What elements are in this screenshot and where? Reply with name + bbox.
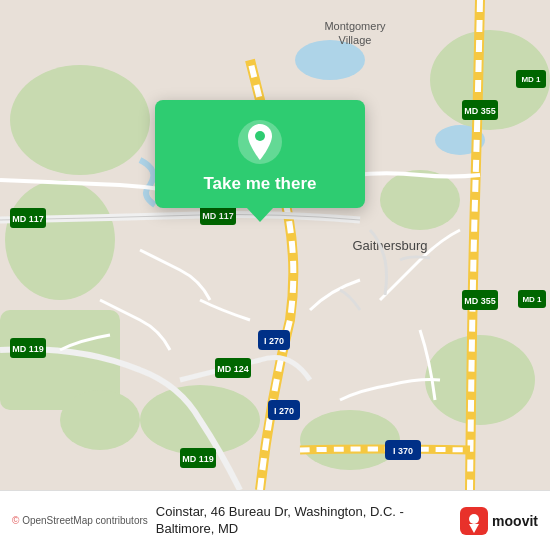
svg-point-8 (60, 390, 140, 450)
svg-point-2 (5, 180, 115, 300)
svg-text:I 370: I 370 (393, 446, 413, 456)
svg-text:Village: Village (339, 34, 372, 46)
svg-point-1 (10, 65, 150, 175)
svg-text:MD 355: MD 355 (464, 296, 496, 306)
osm-attribution: © OpenStreetMap contributors (12, 515, 148, 526)
svg-text:Gaithersburg: Gaithersburg (352, 238, 427, 253)
map-view: I 270 I 270 MD 355 MD 355 MD 117 MD 117 … (0, 0, 550, 490)
moovit-logo: moovit (460, 507, 538, 535)
moovit-icon (460, 507, 488, 535)
svg-text:Montgomery: Montgomery (324, 20, 386, 32)
bottom-bar: © OpenStreetMap contributors Coinstar, 4… (0, 490, 550, 550)
take-me-there-label: Take me there (203, 174, 316, 194)
location-text: Coinstar, 46 Bureau Dr, Washington, D.C.… (156, 504, 452, 538)
svg-text:MD 1: MD 1 (522, 295, 542, 304)
svg-point-40 (255, 131, 265, 141)
svg-text:I 270: I 270 (274, 406, 294, 416)
svg-text:MD 117: MD 117 (12, 214, 44, 224)
moovit-label: moovit (492, 513, 538, 529)
svg-point-10 (295, 40, 365, 80)
svg-text:MD 1: MD 1 (521, 75, 541, 84)
location-pin-icon (236, 118, 284, 166)
svg-text:MD 119: MD 119 (182, 454, 214, 464)
location-popup[interactable]: Take me there (155, 100, 365, 208)
svg-point-7 (425, 335, 535, 425)
svg-point-42 (469, 514, 479, 524)
svg-text:I 270: I 270 (264, 336, 284, 346)
svg-point-4 (380, 170, 460, 230)
svg-text:MD 117: MD 117 (202, 211, 234, 221)
svg-text:MD 355: MD 355 (464, 106, 496, 116)
svg-point-9 (300, 410, 400, 470)
svg-text:MD 124: MD 124 (217, 364, 249, 374)
svg-text:MD 119: MD 119 (12, 344, 44, 354)
